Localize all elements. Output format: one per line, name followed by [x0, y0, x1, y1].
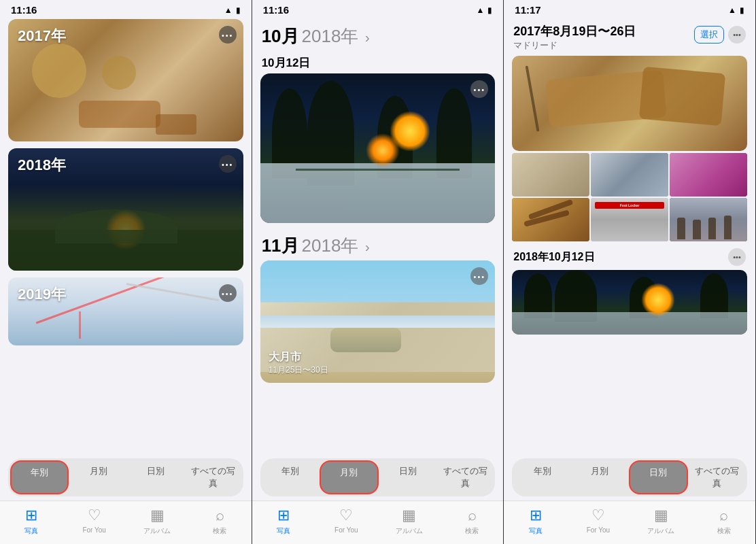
tab-all-3[interactable]: すべての写真: [689, 460, 745, 494]
album-icon-2: ▦: [402, 507, 416, 524]
photos-label-3: 写真: [529, 526, 543, 536]
wifi-icon-3: ▲: [728, 5, 736, 15]
year-label-2018: 2018年: [18, 155, 66, 175]
status-icons-2: ▲ ▮: [476, 5, 492, 15]
album-label-2: アルバム: [396, 526, 423, 536]
day2-more[interactable]: •••: [728, 248, 746, 266]
photos-label-2: 写真: [277, 526, 290, 536]
foryou-icon-3: ♡: [591, 507, 605, 524]
bottom-tab-search-3[interactable]: ⌕ 検索: [693, 507, 755, 536]
search-label-2: 検索: [465, 526, 479, 536]
foryou-label-3: For You: [587, 526, 610, 534]
album-label-3: アルバム: [647, 526, 674, 536]
oct-photo-card[interactable]: [260, 73, 496, 223]
collage-cell-3[interactable]: [670, 153, 747, 197]
month-arrow-nov: ›: [361, 239, 369, 254]
bottom-tab-foryou-1[interactable]: ♡ For You: [63, 507, 125, 536]
search-label-1: 検索: [213, 526, 226, 536]
day2-night-photo[interactable]: [512, 270, 747, 335]
bottom-tab-bar-3: ⊞ 写真 ♡ For You ▦ アルバム ⌕ 検索: [504, 500, 755, 544]
tab-day-2[interactable]: 日別: [380, 460, 436, 494]
month-header-nov: 11月2018年 ›: [252, 228, 504, 260]
collage-cell-1[interactable]: [512, 153, 589, 197]
day2-title: 2018年10月12日: [513, 250, 594, 265]
day-header-actions: 選択 •••: [694, 26, 746, 44]
memory-title-otsuki: 大月市: [269, 350, 328, 364]
foryou-icon-2: ♡: [339, 507, 353, 524]
bottom-tab-album-3[interactable]: ▦ アルバム: [630, 507, 692, 536]
view-tabs-2: 年別 月別 日別 すべての写真: [260, 458, 496, 496]
bottom-tab-album-1[interactable]: ▦ アルバム: [126, 507, 188, 536]
main-food-photo[interactable]: [512, 56, 747, 151]
month-year-oct: 2018年: [302, 26, 359, 46]
year-more-2019[interactable]: [219, 284, 237, 302]
foryou-label-2: For You: [334, 526, 358, 534]
memory-dates-otsuki: 11月25日〜30日: [269, 364, 328, 376]
battery-icon-3: ▮: [740, 5, 744, 15]
photos-label-1: 写真: [24, 526, 38, 536]
year-label-2019: 2019年: [18, 284, 66, 305]
bottom-tab-album-2[interactable]: ▦ アルバム: [378, 507, 441, 536]
album-icon-3: ▦: [654, 507, 668, 524]
night-photo-2-bg: [512, 270, 747, 335]
tab-year-2[interactable]: 年別: [262, 460, 318, 494]
day-view-content: 2017年8月19日〜26日 マドリード 選択 •••: [504, 19, 755, 336]
bottom-tab-photos-2[interactable]: ⊞ 写真: [252, 507, 315, 536]
photos-icon-3: ⊞: [530, 507, 542, 524]
status-icons-1: ▲ ▮: [224, 5, 241, 15]
more-dots-icon: [222, 288, 234, 299]
panel-month-view: 11:16 ▲ ▮ 10月2018年 › 10月12日: [252, 0, 504, 544]
bottom-tab-photos-3[interactable]: ⊞ 写真: [504, 507, 566, 536]
collage-cell-4[interactable]: [512, 198, 589, 241]
battery-icon: ▮: [236, 5, 241, 15]
bottom-tab-search-2[interactable]: ⌕ 検索: [441, 507, 503, 536]
status-time-2: 11:16: [263, 4, 289, 16]
view-tabs-1: 年別 月別 日別 すべての写真: [8, 458, 243, 496]
album-label-1: アルバム: [143, 526, 171, 536]
collage-cell-2[interactable]: [591, 153, 668, 197]
year-card-2018[interactable]: 2018年: [8, 148, 243, 271]
day2-header: 2018年10月12日 •••: [504, 245, 755, 269]
month-year-nov: 2018年: [302, 235, 359, 256]
oct-photo-bg: [260, 73, 496, 223]
food-photo-bg: [512, 56, 747, 151]
more-dots-icon: [474, 271, 486, 282]
year-card-2017[interactable]: 2017年: [8, 19, 243, 141]
status-bar-3: 11:17 ▲ ▮: [504, 0, 755, 18]
bottom-tab-foryou-2[interactable]: ♡ For You: [315, 507, 377, 536]
day-title-group: 2017年8月19日〜26日 マドリード: [513, 23, 636, 52]
photos-icon-2: ⊞: [277, 507, 290, 524]
tab-day-3[interactable]: 日別: [629, 460, 687, 494]
tab-all-1[interactable]: すべての写真: [185, 460, 241, 494]
tab-year-3[interactable]: 年別: [514, 460, 570, 494]
day-view-header: 2017年8月19日〜26日 マドリード 選択 •••: [504, 19, 755, 52]
tab-year-1[interactable]: 年別: [10, 460, 69, 494]
day-section-oct12: 2018年10月12日 •••: [504, 245, 755, 335]
day-title: 2017年8月19日〜26日: [513, 23, 636, 39]
year-card-2019[interactable]: 2019年: [8, 277, 243, 345]
view-tabs-3: 年別 月別 日別 すべての写真: [512, 458, 747, 496]
tab-all-2[interactable]: すべての写真: [437, 460, 493, 494]
search-icon-3: ⌕: [719, 507, 728, 524]
bottom-tab-foryou-3[interactable]: ♡ For You: [567, 507, 630, 536]
year-more-2017[interactable]: [219, 26, 237, 44]
date-header-oct12: 10月12日: [252, 51, 504, 73]
status-time-3: 11:17: [515, 4, 540, 16]
collage-cell-5[interactable]: Foot Locker: [591, 198, 668, 241]
tab-month-2[interactable]: 月別: [320, 460, 378, 494]
wifi-icon-2: ▲: [476, 5, 484, 15]
year-more-2018[interactable]: [219, 155, 237, 173]
photos-icon-1: ⊞: [25, 507, 37, 524]
bottom-tab-bar-2: ⊞ 写真 ♡ For You ▦ アルバム ⌕ 検索: [252, 500, 504, 544]
bottom-tab-search-1[interactable]: ⌕ 検索: [188, 507, 251, 536]
select-button[interactable]: 選択: [694, 26, 724, 44]
tab-month-3[interactable]: 月別: [572, 460, 628, 494]
tab-day-1[interactable]: 日別: [128, 460, 184, 494]
bottom-tab-photos-1[interactable]: ⊞ 写真: [0, 507, 63, 536]
tab-month-1[interactable]: 月別: [70, 460, 126, 494]
memory-card-info-otsuki: 大月市 11月25日〜30日: [269, 350, 328, 376]
month-arrow-oct: ›: [361, 30, 369, 45]
collage-cell-6[interactable]: [670, 198, 747, 241]
day-more-button[interactable]: •••: [728, 26, 746, 44]
memory-card-otsuki[interactable]: 大月市 11月25日〜30日: [260, 260, 496, 383]
